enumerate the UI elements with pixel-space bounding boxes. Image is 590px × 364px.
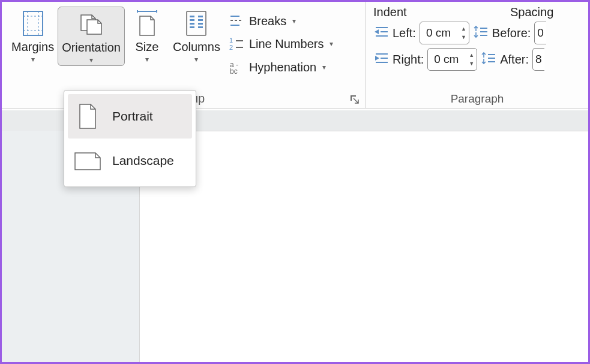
chevron-down-icon: ▾ bbox=[322, 63, 326, 71]
portrait-label: Portrait bbox=[112, 109, 153, 124]
svg-rect-11 bbox=[190, 23, 194, 25]
portrait-menu-item[interactable]: Portrait bbox=[68, 94, 192, 139]
svg-text:bc: bc bbox=[230, 67, 238, 75]
margins-button[interactable]: Margins ▾ bbox=[8, 7, 58, 65]
paragraph-section-label: Paragraph bbox=[366, 92, 588, 106]
size-label: Size bbox=[136, 40, 159, 54]
spacing-before-value: 0 bbox=[535, 26, 546, 40]
spacing-before-label: Before: bbox=[492, 26, 531, 40]
spacing-before-icon bbox=[473, 25, 489, 41]
indent-left-value: 0 cm bbox=[420, 26, 461, 40]
breaks-label: Breaks bbox=[249, 14, 286, 28]
chevron-down-icon: ▾ bbox=[145, 55, 149, 64]
svg-rect-13 bbox=[198, 16, 203, 17]
spacing-after-label: After: bbox=[500, 53, 529, 67]
hyphenation-button[interactable]: a - bc Hyphenation ▾ bbox=[224, 56, 339, 79]
spin-down-icon[interactable]: ▼ bbox=[461, 33, 466, 41]
margins-icon bbox=[21, 9, 45, 38]
orientation-dropdown: Portrait Landscape bbox=[64, 90, 196, 187]
svg-text:1: 1 bbox=[229, 37, 233, 44]
landscape-icon bbox=[74, 147, 101, 175]
svg-text:2: 2 bbox=[229, 44, 233, 51]
line-numbers-label: Line Numbers bbox=[249, 37, 324, 51]
line-numbers-icon: 1 2 bbox=[229, 37, 244, 51]
svg-rect-14 bbox=[198, 19, 203, 21]
hyphenation-label: Hyphenation bbox=[249, 61, 316, 74]
margins-label: Margins bbox=[11, 40, 54, 54]
breaks-button[interactable]: Breaks ▾ bbox=[224, 10, 339, 32]
chevron-down-icon: ▾ bbox=[31, 55, 35, 64]
columns-button[interactable]: Columns ▾ bbox=[169, 7, 224, 65]
indent-left-icon bbox=[373, 25, 389, 41]
svg-rect-9 bbox=[190, 16, 194, 17]
spacing-after-spinbox[interactable]: 8 bbox=[532, 48, 544, 71]
indent-right-spinbox[interactable]: 0 cm ▲ ▼ bbox=[427, 48, 477, 71]
indent-left-label: Left: bbox=[393, 26, 416, 40]
chevron-down-icon: ▾ bbox=[330, 40, 333, 48]
landscape-label: Landscape bbox=[112, 154, 174, 168]
spin-up-icon[interactable]: ▲ bbox=[469, 51, 474, 59]
spacing-before-spinbox[interactable]: 0 bbox=[534, 22, 546, 44]
svg-rect-8 bbox=[187, 11, 206, 35]
spin-up-icon[interactable]: ▲ bbox=[461, 25, 466, 33]
svg-rect-15 bbox=[198, 23, 203, 25]
indent-right-icon bbox=[373, 52, 389, 67]
columns-icon bbox=[184, 9, 208, 38]
spacing-header: Spacing bbox=[510, 5, 588, 19]
paragraph-section: Indent Spacing Left: 0 cm bbox=[366, 2, 588, 108]
indent-header: Indent bbox=[373, 5, 510, 19]
landscape-menu-item[interactable]: Landscape bbox=[68, 139, 192, 183]
spin-down-icon[interactable]: ▼ bbox=[469, 59, 474, 68]
page-setup-dialog-launcher[interactable] bbox=[350, 95, 361, 106]
svg-rect-12 bbox=[190, 26, 194, 28]
chevron-down-icon: ▾ bbox=[89, 56, 93, 64]
size-icon bbox=[134, 9, 160, 38]
orientation-label: Orientation bbox=[62, 41, 121, 55]
indent-right-label: Right: bbox=[393, 53, 424, 67]
svg-rect-10 bbox=[190, 19, 194, 21]
columns-label: Columns bbox=[173, 40, 220, 54]
spacing-after-icon bbox=[481, 52, 496, 67]
hyphenation-icon: a - bc bbox=[229, 59, 244, 75]
portrait-icon bbox=[74, 103, 101, 130]
document-page[interactable] bbox=[139, 131, 588, 362]
indent-right-value: 0 cm bbox=[428, 53, 469, 66]
orientation-button[interactable]: Orientation ▾ bbox=[58, 7, 125, 66]
chevron-down-icon: ▾ bbox=[292, 17, 296, 25]
chevron-down-icon: ▾ bbox=[194, 55, 198, 64]
svg-rect-16 bbox=[198, 26, 203, 28]
breaks-icon bbox=[229, 14, 244, 28]
size-button[interactable]: Size ▾ bbox=[125, 7, 169, 65]
page-setup-large-buttons: Margins ▾ Orientation ▾ bbox=[2, 2, 361, 79]
svg-rect-0 bbox=[23, 11, 43, 35]
orientation-icon bbox=[77, 10, 105, 38]
indent-left-spinbox[interactable]: 0 cm ▲ ▼ bbox=[420, 22, 469, 44]
spacing-after-value: 8 bbox=[533, 53, 544, 66]
line-numbers-button[interactable]: 1 2 Line Numbers ▾ bbox=[224, 33, 339, 55]
